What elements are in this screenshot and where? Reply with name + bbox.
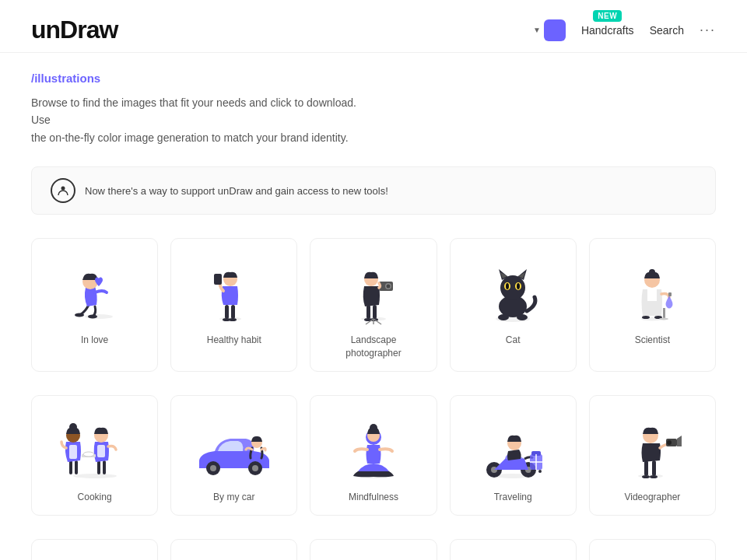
svg-rect-51: [97, 460, 100, 474]
banner-text: Now there's a way to support unDraw and …: [85, 185, 388, 197]
svg-rect-47: [75, 460, 78, 474]
hero-description: Browse to find the images that fit your …: [31, 94, 358, 146]
illustration-traveling: [463, 411, 563, 481]
card-label-healthy-habit: Healthy habit: [207, 334, 261, 347]
support-banner[interactable]: Now there's a way to support unDraw and …: [31, 166, 716, 215]
svg-point-0: [61, 187, 65, 191]
card-label-landscape-photographer: Landscape photographer: [323, 334, 423, 360]
illustration-dog: [602, 555, 703, 560]
card-healthy-habit[interactable]: Healthy habit: [170, 238, 297, 372]
card-label-cooking: Cooking: [78, 491, 112, 504]
svg-point-77: [538, 470, 542, 473]
svg-point-35: [498, 314, 509, 320]
svg-rect-79: [644, 460, 648, 476]
illustration-grid-row-2: Cooking: [0, 387, 747, 531]
svg-rect-13: [366, 305, 370, 319]
illustration-videographer: [602, 411, 703, 481]
svg-point-33: [506, 283, 509, 289]
svg-rect-43: [663, 308, 665, 319]
svg-rect-80: [652, 460, 656, 476]
illustration-home-run: [463, 555, 563, 560]
card-barista[interactable]: Barista: [170, 539, 297, 560]
illustration-grid-row-1: In love H: [0, 230, 747, 387]
card-cat[interactable]: Cat: [450, 238, 577, 372]
card-label-videographer: Videographer: [624, 491, 680, 504]
svg-point-50: [69, 423, 77, 431]
illustration-by-my-car: [184, 411, 284, 481]
card-label-cat: Cat: [506, 334, 521, 347]
svg-point-45: [73, 474, 117, 478]
banner-icon: [51, 178, 75, 203]
svg-point-2: [75, 313, 84, 317]
illustration-barista: [184, 555, 284, 560]
logo: unDraw: [31, 16, 117, 44]
svg-marker-84: [677, 436, 682, 446]
svg-point-34: [517, 283, 520, 289]
illustration-grid-row-3: Appreciation: [0, 531, 747, 560]
card-scientist[interactable]: Scientist: [589, 238, 716, 372]
header-right: ▼ NEW Handcrafts Search ···: [533, 19, 716, 41]
card-home-run[interactable]: Home run: [450, 539, 577, 560]
illustration-landscape-photographer: [323, 254, 423, 324]
illustration-mindfulness: [323, 411, 423, 481]
svg-point-19: [386, 285, 390, 289]
svg-rect-7: [231, 305, 235, 319]
more-options-icon[interactable]: ···: [700, 22, 716, 38]
illustration-woman: [323, 555, 423, 560]
svg-rect-53: [97, 445, 105, 457]
svg-point-3: [88, 315, 97, 319]
svg-point-42: [649, 269, 655, 275]
header: unDraw ▼ NEW Handcrafts Search ···: [0, 0, 747, 53]
card-label-traveling: Traveling: [494, 491, 532, 504]
svg-rect-48: [69, 445, 77, 459]
search-link[interactable]: Search: [650, 24, 684, 37]
hero-section: /illustrations Browse to find the images…: [0, 53, 747, 159]
svg-point-85: [667, 440, 672, 445]
svg-point-76: [531, 470, 534, 473]
card-mindfulness[interactable]: Mindfulness: [310, 395, 437, 516]
illustration-cat: [463, 254, 563, 324]
svg-rect-46: [69, 460, 72, 474]
handcrafts-nav-item[interactable]: NEW Handcrafts: [581, 24, 634, 37]
svg-rect-10: [214, 274, 222, 285]
card-landscape-photographer[interactable]: Landscape photographer: [310, 238, 437, 372]
svg-point-65: [370, 424, 377, 432]
svg-point-60: [252, 465, 258, 471]
card-label-in-love: In love: [81, 334, 108, 347]
svg-point-44: [659, 318, 668, 320]
card-dog[interactable]: Dog: [589, 539, 716, 560]
card-label-mindfulness: Mindfulness: [349, 491, 398, 504]
new-badge: NEW: [593, 10, 622, 22]
svg-point-9: [229, 318, 237, 321]
svg-point-56: [83, 452, 94, 457]
svg-rect-40: [668, 292, 672, 296]
card-label-scientist: Scientist: [635, 334, 670, 347]
illustration-scientist: [602, 254, 703, 324]
card-woman[interactable]: Woman: [310, 539, 437, 560]
illustration-appreciation: [44, 555, 145, 560]
chevron-down-icon: ▼: [533, 26, 541, 34]
svg-point-58: [210, 465, 216, 471]
illustration-in-love: [44, 254, 145, 324]
card-label-by-my-car: By my car: [213, 491, 254, 504]
handcrafts-link[interactable]: Handcrafts: [581, 24, 634, 37]
card-videographer[interactable]: Videographer: [589, 395, 716, 516]
svg-point-81: [642, 475, 650, 478]
card-in-love[interactable]: In love: [31, 238, 158, 372]
svg-point-26: [500, 275, 525, 300]
color-picker[interactable]: ▼: [533, 19, 566, 41]
color-swatch[interactable]: [544, 19, 566, 41]
illustration-healthy-habit: [184, 254, 284, 324]
svg-rect-52: [103, 460, 106, 474]
card-appreciation[interactable]: Appreciation: [31, 539, 158, 560]
svg-rect-6: [225, 305, 229, 319]
card-cooking[interactable]: Cooking: [31, 395, 158, 516]
hero-subtitle: /illustrations: [31, 72, 716, 85]
illustration-cooking: [44, 411, 145, 481]
svg-point-82: [650, 475, 658, 478]
card-traveling[interactable]: Traveling: [450, 395, 577, 516]
svg-point-36: [517, 314, 528, 320]
svg-point-38: [642, 316, 650, 319]
svg-rect-14: [373, 305, 377, 319]
card-by-my-car[interactable]: By my car: [170, 395, 297, 516]
